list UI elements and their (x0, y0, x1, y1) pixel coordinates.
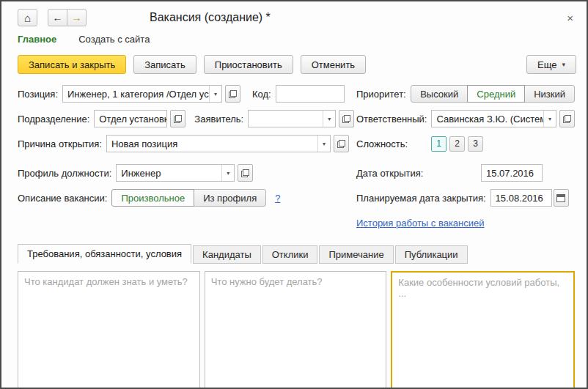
complexity-row: Сложность: 1 2 3 (356, 134, 575, 153)
chevron-down-icon[interactable]: ▾ (209, 86, 221, 102)
back-icon: ← (53, 12, 63, 23)
open-icon (342, 115, 350, 123)
close-button[interactable]: × (564, 11, 576, 25)
description-free-option[interactable]: Произвольное (111, 189, 194, 207)
close-date-value: 15.08.2016 (496, 193, 543, 204)
complexity-label: Сложность: (356, 138, 408, 149)
applicant-combo[interactable]: ▾ (248, 110, 336, 127)
vacancy-history-link[interactable]: История работы с вакансией (356, 218, 485, 229)
save-button[interactable]: Записать (133, 55, 196, 74)
open-reason-open-button[interactable] (334, 135, 349, 152)
window-title: Вакансия (создание) * (150, 11, 271, 24)
home-button[interactable]: ⌂ (18, 9, 37, 26)
complexity-option-3[interactable]: 3 (468, 136, 483, 152)
position-open-button[interactable] (225, 85, 240, 103)
open-reason-row: Причина открытия: Новая позиция ▾ (18, 134, 356, 153)
suspend-button[interactable]: Приостановить (204, 55, 293, 74)
nav-history-group: ← → (48, 9, 87, 26)
history-row: История работы с вакансией (356, 213, 575, 232)
open-icon (337, 140, 345, 148)
menubar: Главное Создать с сайта (1, 26, 587, 48)
responsible-label: Ответственный: (356, 114, 427, 125)
chevron-down-icon[interactable]: ▾ (317, 136, 330, 152)
calendar-icon (556, 194, 565, 202)
open-date-row: Дата открытия: 15.07.2016 (356, 163, 575, 182)
form-right-column: Приоритет: Высокий Средний Низкий Ответс… (356, 84, 575, 238)
save-and-close-button[interactable]: Записать и закрыть (18, 55, 126, 74)
chevron-down-icon[interactable]: ▾ (543, 111, 556, 127)
description-mode-toggle: Произвольное Из профиля (111, 189, 266, 207)
priority-toggle: Высокий Средний Низкий (411, 85, 575, 103)
close-date-input[interactable]: 15.08.2016 (490, 189, 552, 207)
conditions-textarea[interactable] (391, 271, 575, 389)
tab-requirements[interactable]: Требования, обязанности, условия (18, 244, 191, 264)
applicant-value (249, 111, 323, 127)
department-input[interactable]: Отдел установки (94, 110, 167, 127)
chevron-down-icon: ▾ (562, 62, 565, 68)
form-area: Позиция: Инженер, 1 категория /Отдел уст… (1, 80, 587, 238)
position-value: Инженер, 1 категория /Отдел установки (63, 86, 209, 102)
more-button[interactable]: Еще ▾ (526, 55, 576, 74)
open-icon (229, 90, 237, 98)
position-row: Позиция: Инженер, 1 категория /Отдел уст… (18, 84, 356, 103)
chevron-down-icon[interactable]: ▾ (221, 165, 234, 181)
tab-bar: Требования, обязанности, условия Кандида… (1, 238, 587, 264)
cancel-button[interactable]: Отменить (301, 55, 366, 74)
responsible-combo[interactable]: Савинская З.Ю. (Системный ▾ (431, 110, 556, 127)
profile-combo[interactable]: Инженер ▾ (116, 164, 235, 182)
close-date-row: Планируемая дата закрытия: 15.08.2016 (356, 188, 575, 207)
complexity-option-2[interactable]: 2 (449, 136, 465, 152)
priority-high-option[interactable]: Высокий (411, 85, 468, 103)
department-open-button[interactable] (170, 110, 185, 127)
priority-medium-option[interactable]: Средний (467, 85, 525, 103)
applicant-label: Заявитель: (194, 114, 243, 125)
description-help-link[interactable]: ? (275, 193, 280, 204)
description-from-profile-option[interactable]: Из профиля (194, 189, 266, 207)
menu-item-main[interactable]: Главное (18, 34, 56, 45)
duties-textarea[interactable] (205, 271, 387, 389)
more-button-label: Еще (537, 59, 556, 70)
forward-button[interactable]: → (67, 9, 87, 26)
responsible-open-button[interactable] (559, 110, 575, 127)
open-icon (174, 115, 182, 123)
toolbar: Записать и закрыть Записать Приостановит… (1, 48, 587, 80)
profile-open-button[interactable] (238, 164, 253, 182)
open-icon (241, 169, 249, 177)
position-combo[interactable]: Инженер, 1 категория /Отдел установки ▾ (62, 85, 222, 103)
tab-publications[interactable]: Публикации (395, 245, 468, 264)
tab-responses[interactable]: Отклики (262, 245, 318, 264)
open-date-group: 15.07.2016 (481, 164, 543, 182)
applicant-open-button[interactable] (339, 110, 354, 127)
complexity-option-1[interactable]: 1 (431, 136, 446, 152)
department-value: Отдел установки (99, 114, 167, 125)
open-date-label: Дата открытия: (356, 168, 423, 179)
priority-row: Приоритет: Высокий Средний Низкий (356, 84, 575, 103)
open-reason-value: Новая позиция (107, 136, 317, 152)
responsible-row: Ответственный: Савинская З.Ю. (Системный… (356, 109, 575, 128)
close-date-label: Планируемая дата закрытия: (356, 193, 486, 204)
description-row: Описание вакансии: Произвольное Из профи… (18, 188, 356, 207)
close-date-calendar-button[interactable] (554, 189, 569, 207)
code-input[interactable] (276, 85, 345, 103)
tab-candidates[interactable]: Кандидаты (193, 245, 261, 264)
open-date-input[interactable]: 15.07.2016 (481, 164, 543, 182)
complexity-toggle: 1 2 3 (431, 136, 486, 152)
tab-note[interactable]: Примечание (319, 245, 393, 264)
open-reason-combo[interactable]: Новая позиция ▾ (106, 135, 331, 152)
open-date-value: 15.07.2016 (486, 168, 534, 179)
close-icon: × (567, 12, 573, 24)
chevron-down-icon[interactable]: ▾ (323, 111, 335, 127)
menu-item-create-from-site[interactable]: Создать с сайта (78, 34, 150, 45)
profile-label: Профиль должности: (18, 168, 111, 179)
priority-low-option[interactable]: Низкий (524, 85, 575, 103)
department-label: Подразделение: (18, 114, 89, 125)
vacancy-window: ⌂ ← → Вакансия (создание) * × Главное Со… (0, 0, 588, 389)
form-left-column: Позиция: Инженер, 1 категория /Отдел уст… (18, 84, 356, 238)
description-label: Описание вакансии: (18, 193, 107, 204)
titlebar: ⌂ ← → Вакансия (создание) * × (1, 1, 587, 26)
open-reason-label: Причина открытия: (18, 138, 102, 149)
priority-label: Приоритет: (356, 89, 406, 100)
requirements-textarea[interactable] (18, 271, 200, 389)
back-button[interactable]: ← (48, 9, 67, 26)
forward-icon: → (72, 12, 82, 23)
